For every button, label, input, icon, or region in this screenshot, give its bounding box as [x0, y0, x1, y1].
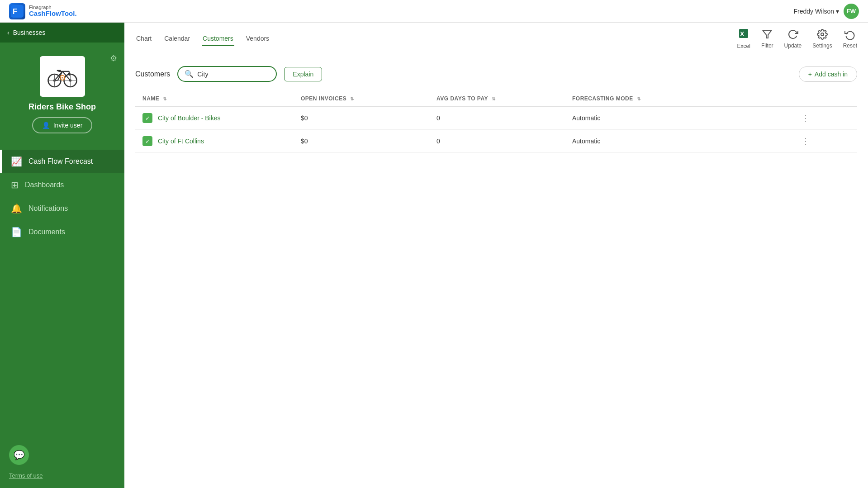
add-cash-in-button[interactable]: + Add cash in	[799, 66, 857, 82]
sidebar-item-cash-flow[interactable]: 📈 Cash Flow Forecast	[0, 150, 124, 173]
documents-label: Documents	[28, 228, 65, 236]
checkbox-1[interactable]: ✓	[142, 113, 152, 123]
td-more-2: ⋮	[794, 130, 857, 153]
customers-left: Customers 🔍 Explain	[135, 66, 322, 82]
more-options-icon-1[interactable]: ⋮	[802, 114, 810, 123]
dropdown-arrow-icon: ▾	[836, 8, 839, 15]
tab-bar: Chart Calendar Customers Vendors	[135, 32, 270, 46]
search-input[interactable]	[197, 71, 270, 78]
search-box[interactable]: 🔍	[177, 66, 277, 82]
add-cash-label: Add cash in	[815, 71, 848, 78]
table-header: NAME ⇅ OPEN INVOICES ⇅ AVG DAYS TO PAY ⇅	[135, 91, 857, 107]
sidebar-bottom: 💬 Terms of use	[0, 436, 124, 488]
td-name-1: ✓ City of Boulder - Bikes	[135, 107, 294, 130]
days-sort-icon: ⇅	[492, 96, 496, 101]
settings-gear-icon[interactable]: ⚙	[110, 53, 117, 63]
svg-point-24	[821, 33, 824, 36]
chat-bubble-button[interactable]: 💬	[9, 445, 29, 465]
reset-action[interactable]: Reset	[843, 29, 857, 49]
dashboards-label: Dashboards	[25, 181, 64, 189]
tab-vendors[interactable]: Vendors	[245, 32, 270, 46]
td-mode-1: Automatic	[565, 107, 794, 130]
top-header: F Finagraph CashFlowTool. Freddy Wilson …	[0, 0, 868, 23]
cash-flow-icon: 📈	[11, 156, 22, 167]
th-forecasting-mode[interactable]: FORECASTING MODE ⇅	[565, 91, 794, 107]
reset-label: Reset	[843, 43, 857, 49]
search-icon: 🔍	[185, 70, 194, 78]
excel-action[interactable]: X Excel	[737, 28, 750, 49]
logo-text: Finagraph CashFlowTool.	[29, 5, 77, 18]
sidebar-item-documents[interactable]: 📄 Documents	[0, 220, 124, 244]
td-name-2: ✓ City of Ft Collins	[135, 130, 294, 153]
logo-cashflowtool: CashFlowTool.	[29, 10, 77, 18]
sidebar-item-notifications[interactable]: 🔔 Notifications	[0, 197, 124, 220]
customers-section-label: Customers	[135, 70, 170, 78]
settings-icon	[817, 29, 828, 41]
svg-marker-23	[763, 31, 771, 38]
filter-label: Filter	[761, 43, 773, 49]
td-invoices-2: $0	[294, 130, 429, 153]
table-row: ✓ City of Ft Collins $0 0 Automatic ⋮	[135, 130, 857, 153]
invite-icon: 👤	[42, 122, 50, 129]
cash-flow-label: Cash Flow Forecast	[28, 157, 93, 166]
filter-icon	[762, 29, 773, 41]
reset-icon	[844, 29, 855, 41]
checkbox-2[interactable]: ✓	[142, 136, 152, 146]
business-logo-area: Riders Bike Shop 👤 Invite user	[0, 43, 124, 141]
customers-header: Customers 🔍 Explain + Add cash in	[135, 66, 857, 82]
business-name: Riders Bike Shop	[28, 102, 96, 112]
name-sort-icon: ⇅	[163, 96, 167, 101]
th-name[interactable]: NAME ⇅	[135, 91, 294, 107]
table-body: ✓ City of Boulder - Bikes $0 0 Automatic…	[135, 107, 857, 153]
svg-text:F: F	[13, 8, 17, 15]
td-days-1: 0	[429, 107, 565, 130]
invoices-sort-icon: ⇅	[350, 96, 354, 101]
invite-label: Invite user	[53, 122, 83, 129]
td-more-1: ⋮	[794, 107, 857, 130]
user-name-text: Freddy Wilson	[794, 8, 834, 15]
th-open-invoices[interactable]: OPEN INVOICES ⇅	[294, 91, 429, 107]
dashboards-icon: ⊞	[11, 180, 19, 190]
customer-link-1[interactable]: City of Boulder - Bikes	[158, 114, 221, 122]
main-layout: ‹ Businesses ⚙	[0, 23, 868, 488]
toolbar: Chart Calendar Customers Vendors	[124, 23, 868, 55]
customer-link-2[interactable]: City of Ft Collins	[158, 137, 204, 145]
settings-action[interactable]: Settings	[812, 29, 832, 49]
businesses-nav[interactable]: ‹ Businesses	[0, 23, 124, 43]
user-avatar[interactable]: FW	[844, 4, 859, 19]
sidebar: ‹ Businesses ⚙	[0, 23, 124, 488]
more-options-icon-2[interactable]: ⋮	[802, 137, 810, 146]
td-mode-2: Automatic	[565, 130, 794, 153]
chat-icon: 💬	[14, 450, 25, 460]
tab-chart[interactable]: Chart	[135, 32, 152, 46]
page-content: Customers 🔍 Explain + Add cash in	[124, 55, 868, 488]
update-action[interactable]: Update	[784, 29, 802, 49]
tab-customers[interactable]: Customers	[202, 32, 234, 46]
td-invoices-1: $0	[294, 107, 429, 130]
invite-user-button[interactable]: 👤 Invite user	[32, 117, 93, 133]
sidebar-nav: 📈 Cash Flow Forecast ⊞ Dashboards 🔔 Noti…	[0, 150, 124, 244]
filter-action[interactable]: Filter	[761, 29, 773, 49]
excel-label: Excel	[737, 43, 750, 49]
td-days-2: 0	[429, 130, 565, 153]
th-avg-days[interactable]: AVG DAYS TO PAY ⇅	[429, 91, 565, 107]
documents-icon: 📄	[11, 227, 22, 237]
explain-button[interactable]: Explain	[284, 67, 322, 81]
svg-point-20	[62, 77, 63, 79]
toolbar-actions: X Excel Filter	[737, 28, 857, 49]
sidebar-item-dashboards[interactable]: ⊞ Dashboards	[0, 173, 124, 197]
tab-calendar[interactable]: Calendar	[163, 32, 191, 46]
businesses-label: Businesses	[13, 29, 46, 36]
terms-of-use-link[interactable]: Terms of use	[9, 472, 115, 479]
back-arrow-icon: ‹	[7, 29, 9, 36]
mode-sort-icon: ⇅	[637, 96, 641, 101]
business-logo-image	[40, 56, 85, 97]
update-icon	[787, 29, 798, 41]
customers-table: NAME ⇅ OPEN INVOICES ⇅ AVG DAYS TO PAY ⇅	[135, 91, 857, 153]
notifications-label: Notifications	[28, 204, 68, 213]
logo-area: F Finagraph CashFlowTool.	[9, 3, 77, 19]
update-label: Update	[784, 43, 802, 49]
excel-icon: X	[738, 28, 749, 42]
user-name-dropdown[interactable]: Freddy Wilson ▾	[794, 8, 839, 15]
add-cash-plus-icon: +	[808, 71, 812, 78]
